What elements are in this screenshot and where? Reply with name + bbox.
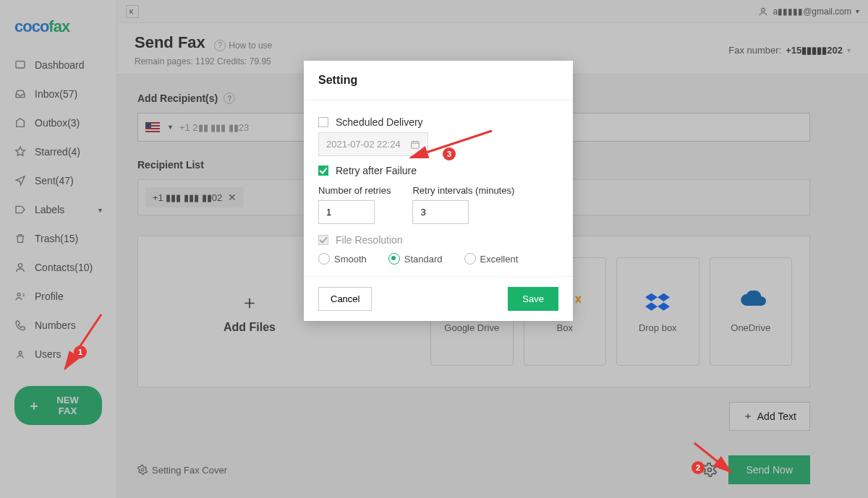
res-label: Smooth <box>334 254 367 265</box>
cancel-label: Cancel <box>331 293 359 304</box>
retry-interval-input[interactable] <box>412 200 469 224</box>
modal-title: Setting <box>304 61 573 100</box>
retry-label: Retry after Failure <box>336 165 417 176</box>
retry-interval-label: Retry intervals (minutes) <box>412 185 514 196</box>
datetime-value: 2021-07-02 22:24 <box>326 139 401 150</box>
file-resolution-label: File Resolution <box>336 234 403 246</box>
radio-icon <box>464 253 476 265</box>
num-retries-input[interactable] <box>318 200 375 224</box>
checkbox-disabled-icon <box>318 235 328 245</box>
res-label: Standard <box>404 254 443 265</box>
res-label: Excellent <box>480 254 519 265</box>
radio-icon <box>318 253 330 265</box>
res-option-standard[interactable]: Standard <box>388 253 443 265</box>
scheduled-delivery-label: Scheduled Delivery <box>336 116 423 128</box>
file-resolution-row: File Resolution <box>318 234 558 246</box>
scheduled-delivery-row[interactable]: Scheduled Delivery <box>318 116 558 128</box>
checkbox-unchecked-icon[interactable] <box>318 117 328 127</box>
save-button[interactable]: Save <box>508 287 558 311</box>
retry-after-failure-row[interactable]: Retry after Failure <box>318 165 558 176</box>
checkbox-checked-icon[interactable] <box>318 166 328 176</box>
annotation-badge-3: 3 <box>443 147 456 160</box>
save-label: Save <box>522 293 544 304</box>
annotation-badge-1: 1 <box>74 345 87 359</box>
radio-selected-icon <box>388 253 400 265</box>
datetime-field[interactable]: 2021-07-02 22:24 <box>318 132 428 156</box>
cancel-button[interactable]: Cancel <box>318 287 372 311</box>
annotation-badge-2: 2 <box>692 461 705 474</box>
res-option-smooth[interactable]: Smooth <box>318 253 367 265</box>
svg-rect-8 <box>412 141 420 147</box>
calendar-icon <box>410 139 420 150</box>
res-option-excellent[interactable]: Excellent <box>464 253 519 265</box>
num-retries-label: Number of retries <box>318 185 391 196</box>
settings-modal: Setting Scheduled Delivery 2021-07-02 22… <box>304 61 573 321</box>
